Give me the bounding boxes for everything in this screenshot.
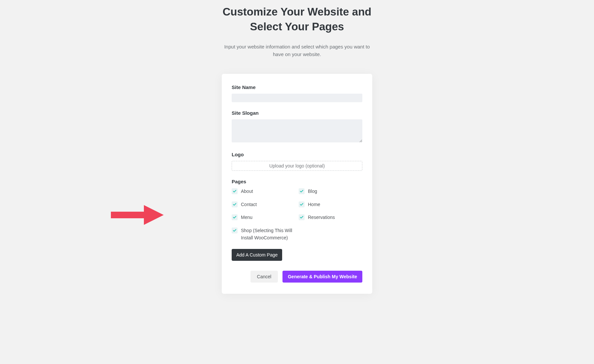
page-item-contact: Contact	[232, 201, 295, 208]
annotation-arrow-icon	[111, 205, 164, 225]
footer-actions: Cancel Generate & Publish My Website	[232, 271, 362, 283]
checkbox-menu[interactable]	[232, 214, 238, 220]
pages-label: Pages	[232, 179, 362, 184]
customize-card: Site Name Site Slogan Logo Upload your l…	[222, 74, 372, 293]
page-item-about: About	[232, 188, 295, 195]
logo-label: Logo	[232, 152, 362, 157]
check-icon	[300, 202, 304, 206]
site-name-group: Site Name	[232, 84, 362, 102]
site-slogan-label: Site Slogan	[232, 110, 362, 116]
site-slogan-group: Site Slogan	[232, 110, 362, 144]
page-item-reservations: Reservations	[299, 214, 362, 221]
checkbox-contact[interactable]	[232, 201, 238, 207]
checkbox-about[interactable]	[232, 188, 238, 194]
check-icon	[233, 215, 237, 219]
checkbox-shop[interactable]	[232, 228, 238, 233]
check-icon	[300, 215, 304, 219]
add-custom-page-button[interactable]: Add A Custom Page	[232, 249, 282, 261]
page-item-home: Home	[299, 201, 362, 208]
page-title: Customize Your Website and Select Your P…	[214, 5, 380, 34]
site-slogan-input[interactable]	[232, 119, 362, 142]
page-label-contact: Contact	[241, 201, 257, 208]
site-name-label: Site Name	[232, 84, 362, 90]
page-item-menu: Menu	[232, 214, 295, 221]
svg-marker-1	[144, 205, 164, 225]
generate-publish-button[interactable]: Generate & Publish My Website	[282, 271, 362, 283]
check-icon	[300, 189, 304, 193]
checkbox-reservations[interactable]	[299, 214, 305, 220]
page-label-menu: Menu	[241, 214, 252, 221]
check-icon	[233, 189, 237, 193]
svg-rect-0	[111, 212, 147, 218]
pages-group: Pages About Blog	[232, 179, 362, 260]
checkbox-blog[interactable]	[299, 188, 305, 194]
page-label-blog: Blog	[308, 188, 317, 195]
page-label-shop: Shop (Selecting This Will Install WooCom…	[241, 227, 295, 241]
pages-grid: About Blog Contact	[232, 188, 362, 241]
logo-upload[interactable]: Upload your logo (optional)	[232, 161, 362, 171]
check-icon	[233, 202, 237, 206]
check-icon	[233, 228, 237, 232]
cancel-button[interactable]: Cancel	[250, 271, 278, 283]
page-label-about: About	[241, 188, 253, 195]
checkbox-home[interactable]	[299, 201, 305, 207]
page-subtitle: Input your website information and selec…	[221, 43, 373, 58]
logo-group: Logo Upload your logo (optional)	[232, 152, 362, 171]
site-name-input[interactable]	[232, 94, 362, 102]
page-item-blog: Blog	[299, 188, 362, 195]
page-label-home: Home	[308, 201, 320, 208]
page-item-shop: Shop (Selecting This Will Install WooCom…	[232, 227, 295, 241]
page-label-reservations: Reservations	[308, 214, 335, 221]
